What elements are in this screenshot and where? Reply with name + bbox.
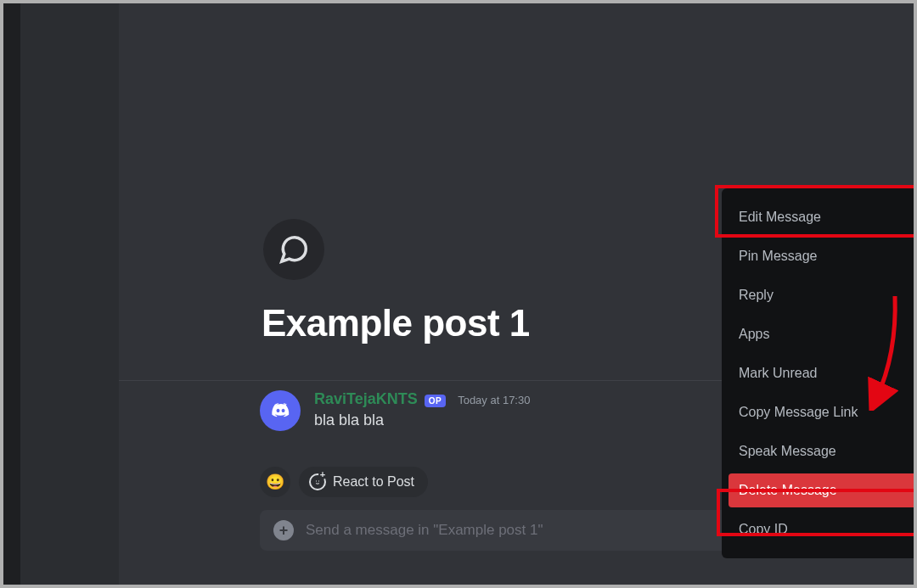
react-to-post-button[interactable]: React to Post (299, 467, 428, 497)
context-item-label: Delete Message (739, 483, 837, 498)
thread-chat-icon (263, 219, 324, 280)
add-reaction-button[interactable]: 😀 (260, 467, 290, 497)
svg-point-0 (316, 481, 317, 482)
context-copy-id[interactable]: Copy ID ID (729, 512, 914, 546)
op-badge: OP (425, 395, 446, 407)
context-delete-message[interactable]: Delete Message (729, 473, 914, 507)
emoji-plus-icon (309, 473, 326, 490)
message-timestamp: Today at 17:30 (458, 394, 530, 406)
main-panel: Example post 1 RaviTejaKNTS OP Today at … (119, 3, 914, 585)
context-pin-message[interactable]: Pin Message (729, 239, 914, 273)
context-item-label: Speak Message (739, 444, 836, 459)
context-edit-message[interactable]: Edit Message (729, 200, 914, 234)
guild-sidebar (3, 3, 20, 585)
context-item-label: Pin Message (739, 249, 818, 264)
channel-sidebar (20, 3, 119, 585)
context-item-label: Edit Message (739, 210, 821, 225)
avatar[interactable] (260, 390, 301, 431)
thread-title: Example post 1 (262, 302, 530, 344)
composer-placeholder: Send a message in "Example post 1" (306, 522, 543, 539)
context-mark-unread[interactable]: Mark Unread (729, 356, 914, 390)
discord-logo-icon (269, 400, 291, 422)
context-copy-message-link[interactable]: Copy Message Link (729, 395, 914, 429)
attach-button[interactable]: + (273, 520, 294, 540)
context-item-label: Copy Message Link (739, 405, 858, 420)
context-item-label: Apps (739, 327, 769, 342)
app-window: Example post 1 RaviTejaKNTS OP Today at … (3, 3, 914, 585)
message-context-menu: Edit Message Pin Message Reply Apps Mark… (722, 188, 914, 558)
message-author[interactable]: RaviTejaKNTS (314, 390, 418, 408)
context-apps[interactable]: Apps (729, 317, 914, 351)
chat-bubble-icon (278, 233, 310, 266)
context-item-label: Reply (739, 288, 774, 303)
react-to-post-label: React to Post (333, 474, 414, 490)
smile-emoji-icon: 😀 (266, 473, 284, 491)
context-speak-message[interactable]: Speak Message (729, 434, 914, 468)
context-reply[interactable]: Reply (729, 278, 914, 312)
svg-point-1 (318, 481, 319, 482)
context-item-label: Copy ID (739, 522, 788, 537)
context-item-label: Mark Unread (739, 366, 817, 381)
